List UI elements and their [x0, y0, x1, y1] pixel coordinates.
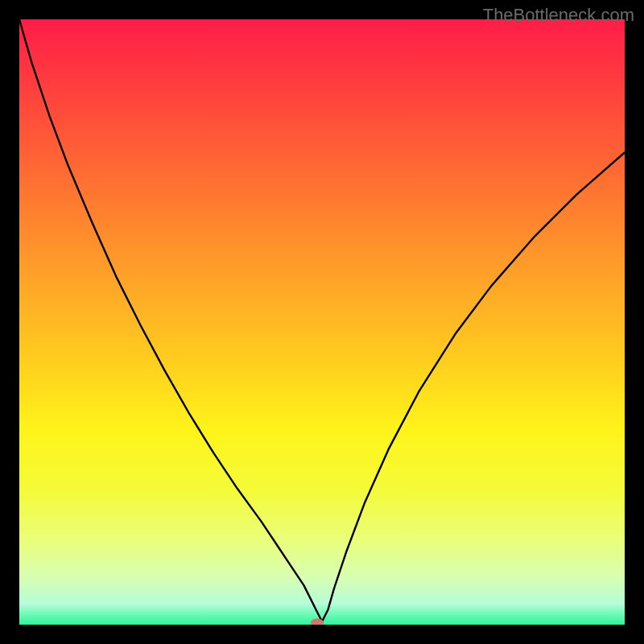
chart-container: TheBottleneck.com [0, 0, 644, 644]
plot-area [19, 19, 625, 625]
gradient-background [19, 19, 625, 625]
chart-svg [19, 19, 625, 625]
watermark-text: TheBottleneck.com [483, 5, 634, 26]
